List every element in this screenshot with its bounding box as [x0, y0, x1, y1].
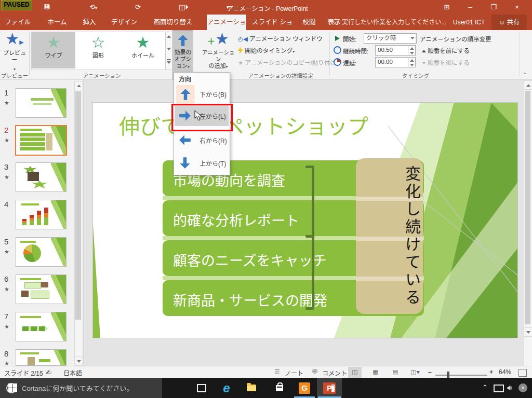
gallery-down-icon[interactable]	[167, 48, 171, 50]
animation-star-icon[interactable]: ★	[4, 286, 9, 293]
slide-scrollbar-thumb[interactable]	[525, 91, 530, 324]
tray-expand-icon[interactable]: ⌃	[482, 383, 488, 391]
duration-spinner[interactable]	[408, 45, 416, 56]
file-explorer-button[interactable]	[241, 378, 262, 398]
window-title: アニメーション - PowerPoint	[227, 4, 308, 12]
tab-file[interactable]: ファイル	[0, 15, 35, 30]
gallery-up-icon[interactable]	[167, 35, 171, 38]
slide-thumbnail-6[interactable]	[16, 275, 66, 304]
thumbnail-scroll-up[interactable]	[74, 81, 83, 90]
slideshow-view-button[interactable]: ◫▾	[408, 367, 422, 378]
store-button[interactable]	[269, 378, 290, 398]
zoom-slider-track[interactable]	[435, 375, 487, 376]
slide-canvas[interactable]: 伸びているペットショップ 市場の動向を調査 的確な分析レポート 顧客のニーズをキ…	[92, 102, 518, 338]
start-select[interactable]: クリック時	[364, 33, 417, 44]
collapse-ribbon-icon[interactable]: ⌃	[523, 72, 527, 77]
gallery-item-wipe[interactable]: ★ ワイプ	[32, 32, 75, 68]
tab-review[interactable]: 校閲	[298, 15, 320, 30]
undo-icon[interactable]: ⟲▾	[89, 3, 97, 12]
animation-painter-button[interactable]: ★ アニメーションのコピー/貼り付け	[238, 58, 336, 67]
notes-button[interactable]: ノート	[285, 368, 303, 377]
preview-star-icon: ★▶	[5, 30, 23, 47]
orange-g-app-button[interactable]: G	[294, 378, 315, 398]
preview-button[interactable]: ★▶ プレビュー ▾	[2, 31, 27, 73]
reading-view-button[interactable]: ▤	[389, 367, 402, 378]
slide-indicator[interactable]: スライド 2/15	[4, 368, 43, 377]
restore-button[interactable]: ❐	[485, 0, 502, 15]
gallery-item-shape[interactable]: ☆ 図形	[76, 32, 120, 68]
animation-star-icon[interactable]: ★	[4, 249, 9, 255]
move-later-button[interactable]: 順番を後にする	[422, 58, 470, 67]
edge-button[interactable]: e	[216, 378, 237, 398]
slide-thumbnail-5[interactable]	[16, 237, 66, 267]
powerpoint-taskbar-button[interactable]: P	[317, 378, 342, 398]
slide-title[interactable]: 伸びているペットショップ	[119, 110, 368, 140]
slide-thumbnail-4[interactable]	[16, 200, 66, 229]
move-earlier-button[interactable]: 順番を前にする	[422, 46, 470, 56]
close-button[interactable]: ×	[508, 0, 526, 15]
tab-animations[interactable]: アニメーション	[207, 15, 246, 30]
slide-scroll-down[interactable]	[524, 327, 532, 337]
animation-star-icon[interactable]: ★	[4, 174, 9, 181]
task-view-icon	[197, 384, 206, 392]
spellcheck-icon[interactable]: ✍︎	[46, 368, 51, 376]
slide-thumbnail-7[interactable]	[16, 312, 66, 341]
save-icon[interactable]: 💾︎	[44, 3, 50, 11]
group-label-animation: アニメーション	[31, 72, 172, 79]
slide-thumbnail-1[interactable]	[16, 88, 66, 118]
comments-button[interactable]: コメント	[322, 368, 347, 377]
start-dropdown-icon	[410, 37, 415, 39]
gallery-item-wheel[interactable]: ★ ホイール	[121, 32, 165, 68]
notification-x-icon[interactable]: ×	[518, 383, 527, 392]
group-label-advanced-animation: アニメーションの詳細設定	[236, 72, 325, 79]
redo-icon[interactable]: ⟳	[135, 3, 141, 11]
volume-icon[interactable]: 🔊︎	[507, 383, 512, 392]
fit-to-window-button[interactable]	[518, 369, 527, 377]
tab-slideshow[interactable]: スライド ショー	[250, 15, 294, 30]
slide-thumbnail-3[interactable]	[16, 162, 66, 192]
gallery-more-icon[interactable]	[167, 59, 171, 64]
network-icon[interactable]	[494, 385, 504, 392]
add-animation-button[interactable]: ＋★ アニメーション の追加▾	[202, 31, 235, 70]
delay-input[interactable]: 00.00	[375, 57, 409, 67]
tellme-box[interactable]: 実行したい作業を入力してください...	[342, 15, 446, 30]
zoom-out-button[interactable]: –	[428, 368, 432, 376]
menu-item-from-right[interactable]: 右から(R)	[175, 130, 229, 150]
goal-vertical-text[interactable]: 変化し続けている	[356, 161, 423, 311]
language-indicator[interactable]: 日本語	[63, 368, 82, 377]
slide-thumbnail-2-selected[interactable]	[15, 125, 67, 156]
share-button[interactable]: ☺︎ 共有	[491, 15, 527, 30]
normal-view-button[interactable]: ◫	[348, 367, 362, 378]
trigger-button[interactable]: 開始のタイミング▾	[238, 46, 295, 56]
move-later-icon	[422, 62, 426, 64]
thumbnail-scroll-down[interactable]	[74, 356, 83, 366]
slide-number: 1	[4, 88, 8, 97]
minimize-button[interactable]: –	[461, 0, 479, 15]
tab-transitions[interactable]: 画面切り替え	[145, 15, 201, 30]
zoom-in-button[interactable]: +	[489, 368, 493, 376]
ribbon-display-options-button[interactable]: ⊞	[438, 0, 456, 15]
slide-sorter-view-button[interactable]: ▦	[369, 367, 382, 378]
animation-star-icon[interactable]: ★	[4, 137, 9, 144]
tab-design[interactable]: デザイン	[107, 15, 141, 30]
slide-scroll-up[interactable]	[524, 80, 532, 90]
menu-item-from-top[interactable]: 上から(T)	[175, 153, 229, 173]
user-account[interactable]: User01 ICT	[453, 15, 485, 30]
delay-spinner[interactable]	[408, 57, 416, 67]
thumbnail-scrollbar-thumb[interactable]	[75, 91, 81, 320]
animation-pane-button[interactable]: ◴◀ アニメーション ウィンドウ	[238, 34, 323, 44]
animation-star-icon[interactable]: ★	[4, 100, 9, 106]
start-slideshow-icon[interactable]: ◫⏵︎	[179, 3, 189, 11]
title-bar: 💾︎ ⟲▾ ⟳ ◫⏵︎ ▾ アニメーション - PowerPoint ⊞ – ❐…	[0, 0, 532, 15]
zoom-level[interactable]: 64%	[499, 368, 511, 376]
task-view-button[interactable]	[191, 378, 212, 398]
slide-thumbnail-8[interactable]	[16, 349, 66, 366]
menu-item-from-bottom[interactable]: 下から(B)	[175, 84, 229, 104]
tab-insert[interactable]: 挿入	[76, 15, 103, 30]
slide-number-current: 2	[4, 126, 8, 134]
slide-number: 6	[4, 275, 8, 283]
duration-input[interactable]: 00.50	[375, 45, 409, 56]
tab-home[interactable]: ホーム	[43, 15, 72, 30]
animation-star-icon[interactable]: ★	[4, 323, 9, 330]
start-button[interactable]	[0, 378, 25, 398]
